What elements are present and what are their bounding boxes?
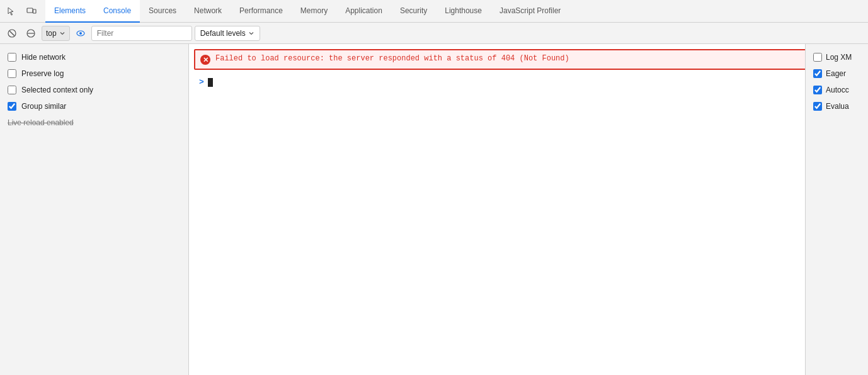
hide-network-checkbox[interactable] bbox=[8, 53, 16, 62]
tab-lighthouse[interactable]: Lighthouse bbox=[436, 0, 491, 23]
tab-memory[interactable]: Memory bbox=[292, 0, 336, 23]
error-icon: ✕ bbox=[200, 55, 210, 65]
console-log[interactable]: ✕ Failed to load resource: the server re… bbox=[189, 44, 868, 375]
svg-line-3 bbox=[10, 31, 14, 35]
console-input-row[interactable]: > bbox=[194, 75, 863, 89]
tab-network[interactable]: Network bbox=[185, 0, 231, 23]
console-prompt: > bbox=[199, 77, 204, 87]
eye-icon-button[interactable] bbox=[72, 25, 89, 42]
evaluate-checkbox[interactable] bbox=[813, 102, 822, 111]
svg-rect-1 bbox=[33, 9, 37, 13]
context-select[interactable]: top bbox=[42, 26, 70, 41]
preserve-log-option[interactable]: Preserve log bbox=[0, 65, 188, 82]
tab-profiler[interactable]: JavaScript Profiler bbox=[491, 0, 569, 23]
tab-application[interactable]: Application bbox=[336, 0, 391, 23]
group-similar-checkbox[interactable] bbox=[8, 102, 16, 111]
svg-rect-0 bbox=[27, 8, 33, 13]
log-xml-label: Log XM bbox=[826, 53, 852, 62]
autocomplete-label: Autocc bbox=[826, 86, 849, 94]
tab-performance[interactable]: Performance bbox=[231, 0, 292, 23]
live-reload-text: Live reload enabled bbox=[0, 115, 188, 131]
preserve-log-label: Preserve log bbox=[21, 69, 64, 78]
autocomplete-option[interactable]: Autocc bbox=[806, 82, 868, 98]
right-options-panel: Log XM Eager Autocc Evalua bbox=[805, 44, 868, 375]
device-toolbar-button[interactable] bbox=[23, 3, 40, 20]
tab-bar: Elements Console Sources Network Perform… bbox=[0, 0, 868, 23]
tab-elements[interactable]: Elements bbox=[45, 0, 94, 23]
autocomplete-checkbox[interactable] bbox=[813, 86, 822, 94]
evaluate-option[interactable]: Evalua bbox=[806, 98, 868, 115]
eager-checkbox[interactable] bbox=[813, 69, 822, 78]
chevron-down-icon bbox=[59, 30, 66, 36]
selected-context-option[interactable]: Selected context only bbox=[0, 82, 188, 98]
chevron-down-icon bbox=[248, 30, 254, 36]
options-panel: Hide network Preserve log Selected conte… bbox=[0, 44, 189, 375]
selected-context-checkbox[interactable] bbox=[8, 86, 16, 94]
inspect-element-button[interactable] bbox=[3, 3, 20, 20]
console-content: Hide network Preserve log Selected conte… bbox=[0, 44, 868, 375]
console-cursor bbox=[208, 78, 213, 87]
hide-network-label: Hide network bbox=[21, 53, 66, 62]
group-similar-option[interactable]: Group similar bbox=[0, 98, 188, 115]
main-area: ✕ Failed to load resource: the server re… bbox=[189, 44, 868, 375]
filter-input[interactable] bbox=[91, 26, 192, 41]
error-text: Failed to load resource: the server resp… bbox=[215, 54, 569, 63]
tab-console[interactable]: Console bbox=[94, 0, 140, 23]
tab-sources[interactable]: Sources bbox=[140, 0, 185, 23]
block-icon-button[interactable] bbox=[23, 25, 39, 42]
svg-point-7 bbox=[79, 32, 82, 35]
group-similar-label: Group similar bbox=[21, 102, 66, 111]
preserve-log-checkbox[interactable] bbox=[8, 69, 16, 78]
tab-bar-icons bbox=[3, 3, 45, 20]
clear-console-button[interactable] bbox=[4, 25, 20, 42]
error-message-row: ✕ Failed to load resource: the server re… bbox=[194, 49, 863, 70]
eager-label: Eager bbox=[826, 69, 846, 78]
default-levels-select[interactable]: Default levels bbox=[195, 26, 260, 41]
log-xml-checkbox[interactable] bbox=[813, 53, 822, 62]
evaluate-label: Evalua bbox=[826, 102, 849, 111]
eager-option[interactable]: Eager bbox=[806, 65, 868, 82]
console-toolbar: top Default levels bbox=[0, 23, 868, 44]
log-xml-option[interactable]: Log XM bbox=[806, 49, 868, 65]
selected-context-label: Selected context only bbox=[21, 86, 93, 94]
hide-network-option[interactable]: Hide network bbox=[0, 49, 188, 65]
tab-security[interactable]: Security bbox=[391, 0, 436, 23]
